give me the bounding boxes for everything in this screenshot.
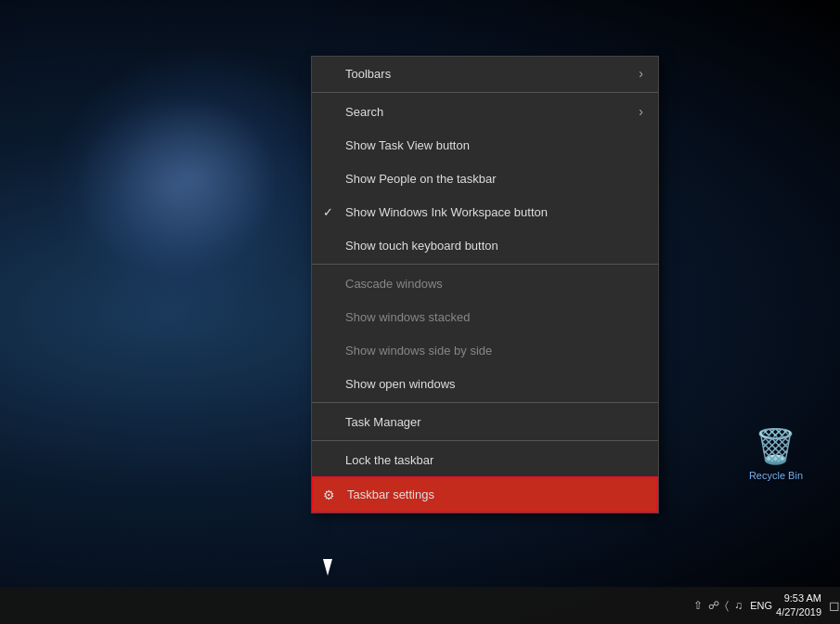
menu-item-show-open[interactable]: Show open windows: [312, 367, 658, 400]
menu-item-task-manager[interactable]: Task Manager: [312, 405, 658, 438]
menu-item-search[interactable]: Search ›: [312, 95, 658, 128]
menu-item-stacked: Show windows stacked: [312, 300, 658, 333]
menu-item-task-view[interactable]: Show Task View button: [312, 128, 658, 162]
mouse-cursor: [323, 559, 336, 578]
arrow-right-icon-2: ›: [639, 104, 643, 119]
language-label[interactable]: ENG: [750, 600, 772, 611]
taskbar: ⇧ ☍ 〈 ♫ ENG 9:53 AM 4/27/2019 ◻: [0, 587, 840, 624]
menu-item-show-ink[interactable]: ✓ Show Windows Ink Workspace button: [312, 195, 658, 228]
clock-time: 9:53 AM: [776, 592, 821, 605]
arrow-right-icon: ›: [639, 66, 643, 81]
menu-item-lock-taskbar[interactable]: Lock the taskbar: [312, 443, 658, 476]
system-clock: 9:53 AM 4/27/2019: [776, 592, 821, 620]
tray-icon-wifi: 〈: [725, 599, 729, 612]
separator-3: [312, 402, 658, 403]
recycle-bin-icon: 🗑️: [755, 427, 796, 466]
menu-item-taskbar-settings[interactable]: ⚙ Taskbar settings: [312, 476, 658, 513]
taskbar-system-icons: ⇧ ☍ 〈 ♫: [693, 599, 743, 612]
tray-icon-volume: ♫: [734, 599, 743, 612]
recycle-bin[interactable]: 🗑️ Recycle Bin: [749, 427, 803, 481]
tray-icon-1: ⇧: [693, 599, 703, 612]
separator-2: [312, 264, 658, 265]
menu-item-cascade: Cascade windows: [312, 266, 658, 300]
menu-item-show-people[interactable]: Show People on the taskbar: [312, 162, 658, 195]
context-menu: Toolbars › Search › Show Task View butto…: [311, 56, 659, 514]
menu-item-side-by-side: Show windows side by side: [312, 333, 658, 367]
separator-1: [312, 92, 658, 93]
gear-icon: ⚙: [323, 488, 335, 502]
notification-center-icon[interactable]: ◻: [829, 598, 840, 613]
separator-4: [312, 440, 658, 441]
clock-date: 4/27/2019: [776, 605, 821, 619]
menu-item-toolbars[interactable]: Toolbars ›: [312, 57, 658, 90]
menu-item-touch-keyboard[interactable]: Show touch keyboard button: [312, 228, 658, 262]
desktop: Toolbars › Search › Show Task View butto…: [0, 0, 840, 624]
tray-icon-2: ☍: [708, 599, 719, 612]
checkmark-icon: ✓: [323, 205, 333, 219]
